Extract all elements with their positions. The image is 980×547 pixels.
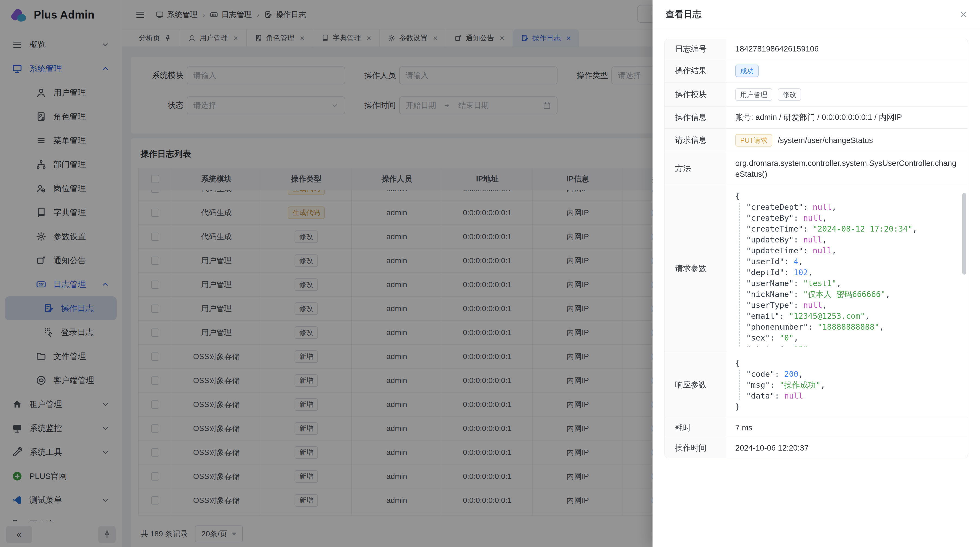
detail-label: 方法	[665, 152, 726, 185]
json-line: "status": "0",	[735, 343, 958, 346]
detail-value: PUT请求/system/user/changeStatus	[726, 129, 968, 152]
json-line: {	[735, 358, 958, 368]
log-detail-row: 方法org.dromara.system.controller.system.S…	[665, 152, 968, 185]
close-icon[interactable]: ×	[960, 8, 967, 21]
detail-value: 2024-10-06 12:20:37	[726, 438, 968, 458]
log-detail-row: 日志编号1842781986426159106	[665, 39, 968, 59]
json-line: "email": "12345@1253.com",	[735, 311, 958, 321]
log-detail-row: 耗时7 ms	[665, 418, 968, 438]
log-detail-row: 操作模块用户管理修改	[665, 83, 968, 106]
detail-text: org.dromara.system.controller.system.Sys…	[735, 158, 958, 180]
detail-value: 7 ms	[726, 418, 968, 438]
json-line: }	[735, 401, 958, 412]
detail-value: {"code": 200,"msg": "操作成功","data": null}	[726, 352, 968, 418]
json-code-block: {"createDept": null,"createBy": null,"cr…	[735, 191, 958, 346]
detail-value: 用户管理修改	[726, 83, 968, 106]
detail-text: 7 ms	[735, 423, 752, 432]
detail-value: 成功	[726, 59, 968, 83]
drawer-body: 日志编号1842781986426159106操作结果成功操作模块用户管理修改操…	[652, 29, 980, 468]
json-line: "createBy": null,	[735, 212, 958, 223]
log-detail-row: 请求信息PUT请求/system/user/changeStatus	[665, 128, 968, 152]
json-line: "deptId": 102,	[735, 267, 958, 278]
detail-label: 操作结果	[665, 59, 726, 83]
detail-label: 操作信息	[665, 107, 726, 128]
log-detail-row: 操作结果成功	[665, 59, 968, 83]
detail-label: 请求信息	[665, 129, 726, 152]
indent-guide	[739, 203, 740, 346]
tag-warning: PUT请求	[735, 134, 772, 147]
json-line: "nickName": "仅本人 密码666666",	[735, 289, 958, 300]
detail-label: 操作时间	[665, 438, 726, 458]
log-detail-table: 日志编号1842781986426159106操作结果成功操作模块用户管理修改操…	[665, 39, 968, 458]
detail-text: 2024-10-06 12:20:37	[735, 443, 808, 453]
tag-plain: 修改	[778, 88, 801, 101]
detail-label: 响应参数	[665, 352, 726, 418]
json-line: "msg": "操作成功",	[735, 380, 958, 391]
log-detail-row: 操作信息账号: admin / 研发部门 / 0:0:0:0:0:0:0:1 /…	[665, 106, 968, 128]
json-line: "userId": 4,	[735, 256, 958, 267]
json-line: "code": 200,	[735, 368, 958, 380]
json-line: "createTime": "2024-08-12 17:20:34",	[735, 223, 958, 234]
detail-value: 1842781986426159106	[726, 39, 968, 59]
json-line: "userType": null,	[735, 300, 958, 311]
detail-value: org.dromara.system.controller.system.Sys…	[726, 152, 968, 185]
detail-text: 账号: admin / 研发部门 / 0:0:0:0:0:0:0:1 / 内网I…	[735, 112, 902, 123]
drawer-header: 查看日志 ×	[652, 0, 980, 29]
modal-overlay[interactable]	[0, 0, 652, 547]
json-line: "phonenumber": "18888888888",	[735, 321, 958, 332]
request-url: /system/user/changeStatus	[778, 136, 873, 145]
indent-guide	[739, 370, 740, 400]
log-detail-row: 响应参数{"code": 200,"msg": "操作成功","data": n…	[665, 352, 968, 418]
detail-label: 请求参数	[665, 185, 726, 352]
drawer-title: 查看日志	[666, 8, 702, 21]
detail-label: 操作模块	[665, 83, 726, 106]
json-line: "updateTime": null,	[735, 245, 958, 256]
json-line: {	[735, 191, 958, 202]
scrollbar-thumb[interactable]	[962, 193, 966, 274]
tag-primary: 成功	[735, 65, 759, 77]
view-log-drawer: 查看日志 × 日志编号1842781986426159106操作结果成功操作模块…	[652, 0, 980, 547]
json-line: "updateBy": null,	[735, 234, 958, 245]
json-code-block: {"code": 200,"msg": "操作成功","data": null}	[735, 358, 958, 412]
json-line: "userName": "test1",	[735, 278, 958, 289]
log-detail-row: 请求参数{"createDept": null,"createBy": null…	[665, 185, 968, 352]
detail-value: 账号: admin / 研发部门 / 0:0:0:0:0:0:0:1 / 内网I…	[726, 107, 968, 128]
log-detail-row: 操作时间2024-10-06 12:20:37	[665, 438, 968, 458]
detail-text: 1842781986426159106	[735, 45, 819, 53]
tag-plain: 用户管理	[735, 88, 772, 101]
detail-label: 耗时	[665, 418, 726, 438]
json-line: "createDept": null,	[735, 202, 958, 212]
detail-label: 日志编号	[665, 39, 726, 59]
json-line: "data": null	[735, 391, 958, 401]
json-line: "sex": "0",	[735, 332, 958, 343]
detail-value: {"createDept": null,"createBy": null,"cr…	[726, 185, 968, 352]
